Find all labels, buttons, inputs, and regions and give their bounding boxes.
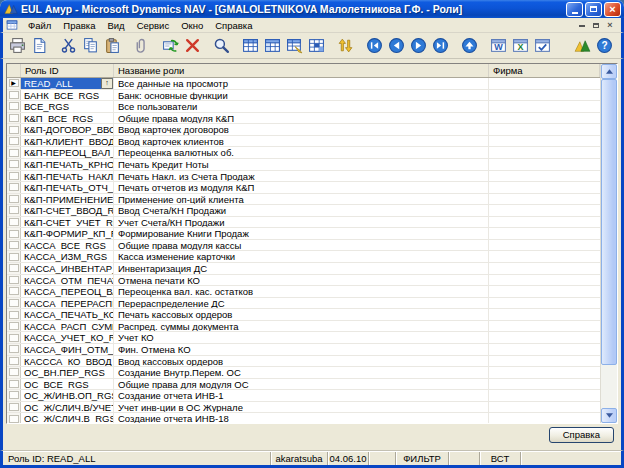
row-selector[interactable]: ▶ — [7, 321, 21, 332]
firm-cell[interactable] — [489, 217, 600, 228]
firm-cell[interactable] — [489, 136, 600, 147]
edit-list-icon[interactable] — [283, 35, 305, 57]
role-name-cell[interactable]: Создание Внутр.Перем. ОС — [114, 367, 489, 378]
table-row[interactable]: ▶ КАССА_ВСЕ_RGS↑ Общие права модуля касс… — [7, 240, 600, 252]
next-record-icon[interactable] — [407, 35, 429, 57]
row-selector[interactable]: ▶ — [7, 413, 21, 423]
table-row[interactable]: ▶ К&П-ПЕЧАТЬ_НАКЛ_RGS↑ Печать Накл. из С… — [7, 171, 600, 183]
row-selector[interactable]: ▶ — [7, 124, 21, 135]
table-row[interactable]: ▶ К&П-СЧЕТ_УЧЕТ_RGS↑ Учет Счета/КН Прода… — [7, 217, 600, 229]
role-name-cell[interactable]: Переоценка валютных об. — [114, 147, 489, 158]
role-name-cell[interactable]: Ввод кассовых ордеров — [114, 356, 489, 367]
role-id-cell[interactable]: КАССА_РАСП_СУММЫ_...↑ — [21, 321, 114, 332]
menu-item[interactable]: Окно — [175, 19, 209, 32]
scroll-thumb[interactable] — [601, 79, 617, 365]
close-button[interactable]: × — [604, 2, 621, 17]
firm-cell[interactable] — [489, 194, 600, 205]
table-row[interactable]: ▶ К&П-ПЕЧАТЬ_КРНОТ_RGS↑ Печать Кредит Но… — [7, 159, 600, 171]
row-selector[interactable]: ▶ — [7, 379, 21, 390]
refresh-card-icon[interactable] — [159, 35, 181, 57]
sort-icon[interactable] — [334, 35, 356, 57]
table-row[interactable]: ▶ К&П-ПЕЧАТЬ_ОТЧ_RGS↑ Печать отчетов из … — [7, 182, 600, 194]
firm-cell[interactable] — [489, 298, 600, 309]
table-row[interactable]: ▶ ОС_Ж/СЛИЧ.В_RGS↑ Создание отчета ИНВ-1… — [7, 413, 600, 423]
table-row[interactable]: ▶ ОС_Ж/СЛИЧ.В/УЧЕТ_RGS↑ Учет инв-ции в О… — [7, 402, 600, 414]
table-row[interactable]: ▶ К&П-ДОГОВОР_ВВОД_...↑ Ввод карточек до… — [7, 124, 600, 136]
role-id-cell[interactable]: ОС_Ж/ИНВ.ОП_RGS↑ — [21, 390, 114, 401]
table-row[interactable]: ▶ КАССА_ИНВЕНТАР_RGS↑ Инвентаризация ДС — [7, 263, 600, 275]
role-name-cell[interactable]: Учет Счета/КН Продажи — [114, 217, 489, 228]
role-name-cell[interactable]: Применение оп-ций клиента — [114, 194, 489, 205]
role-id-cell[interactable]: К&П_ВСЕ_RGS↑ — [21, 113, 114, 124]
table-row[interactable]: ▶ КАССА_ОТМ_ПЕЧАТИ_...↑ Отмена печати КО — [7, 275, 600, 287]
scroll-track[interactable] — [601, 365, 617, 408]
row-selector[interactable]: ▶ — [7, 159, 21, 170]
table-row[interactable]: ▶ К&П-ПЕРЕОЦ_ВАЛ_RGS↑ Переоценка валютны… — [7, 147, 600, 159]
role-id-cell[interactable]: ОС_Ж/СЛИЧ.В/УЧЕТ_RGS↑ — [21, 402, 114, 413]
chart-icon[interactable] — [571, 35, 593, 57]
role-id-cell[interactable]: БАНК_ВСЕ_RGS↑ — [21, 90, 114, 101]
header-firm[interactable]: Фирма — [489, 64, 600, 77]
firm-cell[interactable] — [489, 101, 600, 112]
role-name-cell[interactable]: Общие права модуля К&П — [114, 113, 489, 124]
header-role-id[interactable]: Роль ID — [21, 64, 114, 77]
role-id-cell[interactable]: К&П-СЧЕТ_УЧЕТ_RGS↑ — [21, 217, 114, 228]
role-name-cell[interactable]: Создание отчета ИНВ-18 — [114, 413, 489, 423]
row-selector[interactable]: ▶ — [7, 298, 21, 309]
row-selector[interactable]: ▶ — [7, 205, 21, 216]
role-name-cell[interactable]: Касса изменение карточки — [114, 251, 489, 262]
role-name-cell[interactable]: Ввод карточек клиентов — [114, 136, 489, 147]
firm-cell[interactable] — [489, 367, 600, 378]
table-row[interactable]: ▶ К&П-КЛИЕНТ_ВВОД_RGS↑ Ввод карточек кли… — [7, 136, 600, 148]
attach-icon[interactable] — [130, 35, 152, 57]
firm-cell[interactable] — [489, 205, 600, 216]
firm-cell[interactable] — [489, 413, 600, 423]
print-preview-icon[interactable] — [28, 35, 50, 57]
last-record-icon[interactable] — [429, 35, 451, 57]
role-name-cell[interactable]: Все данные на просмотр — [114, 78, 489, 89]
menu-item[interactable]: Сервис — [131, 19, 176, 32]
paste-icon[interactable] — [101, 35, 123, 57]
role-id-cell[interactable]: КАССА_ФИН_ОТМ_КО_...↑ — [21, 344, 114, 355]
role-name-cell[interactable]: Распред. суммы документа — [114, 321, 489, 332]
role-name-cell[interactable]: Все пользователи — [114, 101, 489, 112]
role-name-cell[interactable]: Печать Накл. из Счета Продаж — [114, 171, 489, 182]
table-row[interactable]: ▶ К&П_ВСЕ_RGS↑ Общие права модуля К&П — [7, 113, 600, 125]
role-id-cell[interactable]: К&П-ПЕРЕОЦ_ВАЛ_RGS↑ — [21, 147, 114, 158]
mdi-restore-button[interactable] — [589, 19, 603, 31]
table-row[interactable]: ▶ К&П-ПРИМЕНЕНИЕ_RGS↑ Применение оп-ций … — [7, 194, 600, 206]
role-id-cell[interactable]: КАССА_ИНВЕНТАР_RGS↑ — [21, 263, 114, 274]
table-row[interactable]: ▶ КАССА_УЧЕТ_КО_RGS↑ Учет КО — [7, 332, 600, 344]
maximize-button[interactable] — [585, 2, 602, 17]
firm-cell[interactable] — [489, 379, 600, 390]
role-name-cell[interactable]: Учет инв-ции в ОС Журнале — [114, 402, 489, 413]
row-selector[interactable]: ▶ — [7, 332, 21, 343]
link-app-icon[interactable] — [531, 35, 553, 57]
scroll-up-button[interactable] — [601, 64, 617, 79]
role-name-cell[interactable]: Ввод карточек договоров — [114, 124, 489, 135]
row-selector[interactable]: ▶ — [7, 182, 21, 193]
row-selector[interactable]: ▶ — [7, 240, 21, 251]
copy-icon[interactable] — [79, 35, 101, 57]
row-selector[interactable]: ▶ — [7, 228, 21, 239]
role-name-cell[interactable]: Формирование Книги Продаж — [114, 228, 489, 239]
menu-item[interactable]: Вид — [101, 19, 130, 32]
table-row[interactable]: ▶ ВСЕ_RGS↑ Все пользователи — [7, 101, 600, 113]
table-row[interactable]: ▶ ОС_ВН.ПЕР_RGS↑ Создание Внутр.Перем. О… — [7, 367, 600, 379]
role-id-cell[interactable]: К&П-ДОГОВОР_ВВОД_...↑ — [21, 124, 114, 135]
firm-cell[interactable] — [489, 321, 600, 332]
row-selector[interactable]: ▶ — [7, 217, 21, 228]
menu-item[interactable]: Справка — [209, 19, 258, 32]
mdi-minimize-button[interactable] — [575, 19, 589, 31]
role-name-cell[interactable]: Создание отчета ИНВ-1 — [114, 390, 489, 401]
firm-cell[interactable] — [489, 240, 600, 251]
table-row[interactable]: ▶ КАССА_ИЗМ_RGS↑ Касса изменение карточк… — [7, 251, 600, 263]
role-id-cell[interactable]: КАССА_ОТМ_ПЕЧАТИ_...↑ — [21, 275, 114, 286]
role-id-cell[interactable]: КАССА_УЧЕТ_КО_RGS↑ — [21, 332, 114, 343]
firm-cell[interactable] — [489, 344, 600, 355]
role-id-cell[interactable]: К&П-КЛИЕНТ_ВВОД_RGS↑ — [21, 136, 114, 147]
card-list-icon[interactable] — [261, 35, 283, 57]
role-name-cell[interactable]: Фин. Отмена КО — [114, 344, 489, 355]
role-id-cell[interactable]: ОС_Ж/СЛИЧ.В_RGS↑ — [21, 413, 114, 423]
role-name-cell[interactable]: Отмена печати КО — [114, 275, 489, 286]
